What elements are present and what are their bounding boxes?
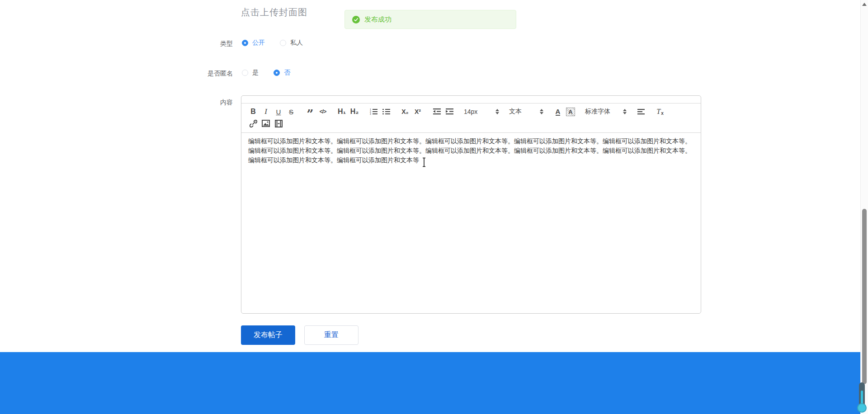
radio-public-circle[interactable] bbox=[242, 40, 248, 46]
underline-button[interactable]: U bbox=[272, 106, 285, 117]
success-check-icon bbox=[352, 16, 360, 24]
bold-button[interactable]: B bbox=[247, 106, 259, 117]
radio-public-label: 公开 bbox=[252, 39, 265, 47]
footer-band bbox=[0, 352, 860, 414]
link-icon[interactable] bbox=[247, 118, 259, 129]
bg-color-button[interactable]: A bbox=[564, 106, 577, 117]
radio-private-label: 私人 bbox=[290, 39, 303, 47]
radio-private-circle[interactable] bbox=[280, 40, 286, 46]
italic-button[interactable]: I bbox=[259, 106, 272, 117]
updown-arrows-icon bbox=[495, 109, 499, 114]
anonymous-label: 是否匿名 bbox=[0, 70, 233, 78]
scroll-progress-widget[interactable] bbox=[856, 382, 867, 413]
line-height-icon[interactable] bbox=[635, 106, 647, 117]
indent-icon[interactable] bbox=[443, 106, 456, 117]
vertical-scrollbar[interactable] bbox=[860, 0, 868, 414]
publish-post-button[interactable]: 发布帖子 bbox=[241, 325, 295, 345]
content-label: 内容 bbox=[0, 99, 233, 107]
bullet-list-icon[interactable] bbox=[380, 106, 392, 117]
code-block-button[interactable]: </> bbox=[316, 106, 329, 117]
radio-public[interactable]: 公开 bbox=[242, 39, 265, 47]
radio-anonymous-no-circle[interactable] bbox=[274, 70, 280, 76]
font-color-button[interactable]: A bbox=[552, 106, 564, 117]
strikethrough-button[interactable]: S bbox=[285, 106, 297, 117]
clear-format-x: x bbox=[661, 111, 664, 116]
clear-format-icon: T bbox=[656, 108, 660, 116]
radio-anonymous-no[interactable]: 否 bbox=[274, 69, 290, 77]
reset-button[interactable]: 重置 bbox=[304, 325, 359, 345]
superscript-button[interactable]: X² bbox=[411, 106, 424, 117]
paragraph-format-value: 文本 bbox=[509, 108, 522, 116]
heading1-button[interactable]: H₁ bbox=[335, 106, 348, 117]
radio-anonymous-yes-label: 是 bbox=[252, 69, 259, 77]
editor-toolbar: B I U S ” </> H₁ H₂ 1 bbox=[241, 104, 701, 133]
font-size-value: 14px bbox=[464, 108, 477, 115]
type-label: 类型 bbox=[0, 40, 233, 48]
blockquote-button[interactable]: ” bbox=[304, 106, 316, 117]
upload-cover-hint[interactable]: 点击上传封面图 bbox=[241, 6, 307, 19]
font-family-value: 标准字体 bbox=[585, 108, 610, 116]
scroll-widget-bulb bbox=[857, 403, 867, 413]
heading2-button[interactable]: H₂ bbox=[348, 106, 361, 117]
bg-color-icon: A bbox=[566, 108, 575, 116]
clear-format-button[interactable]: T x bbox=[654, 106, 666, 117]
editor-text: 编辑框可以添加图片和文本等。编辑框可以添加图片和文本等。编辑框可以添加图片和文本… bbox=[248, 137, 691, 164]
rich-text-editor: B I U S ” </> H₁ H₂ 1 bbox=[241, 95, 701, 314]
editor-content-area[interactable]: 编辑框可以添加图片和文本等。编辑框可以添加图片和文本等。编辑框可以添加图片和文本… bbox=[241, 133, 701, 314]
ibeam-cursor bbox=[421, 157, 427, 169]
toolbar-row-2 bbox=[247, 118, 695, 129]
image-icon[interactable] bbox=[259, 118, 272, 129]
scrollbar-up-arrow-icon[interactable] bbox=[862, 3, 867, 6]
font-size-select[interactable]: 14px bbox=[462, 106, 501, 117]
video-icon[interactable] bbox=[272, 118, 285, 129]
ordered-list-icon[interactable]: 1 2 3 bbox=[367, 106, 380, 117]
paragraph-format-select[interactable]: 文本 bbox=[507, 106, 545, 117]
updown-arrows-icon bbox=[623, 109, 627, 114]
updown-arrows-icon bbox=[540, 109, 543, 114]
subscript-button[interactable]: X₂ bbox=[399, 106, 411, 117]
svg-text:3: 3 bbox=[370, 113, 371, 115]
outdent-icon[interactable] bbox=[430, 106, 443, 117]
toast-message: 发布成功 bbox=[364, 15, 392, 24]
radio-anonymous-yes[interactable]: 是 bbox=[242, 69, 259, 77]
editor-top-strip bbox=[241, 96, 701, 104]
radio-anonymous-no-label: 否 bbox=[284, 69, 290, 77]
radio-anonymous-yes-circle[interactable] bbox=[242, 70, 248, 76]
toolbar-row-1: B I U S ” </> H₁ H₂ 1 bbox=[247, 106, 695, 118]
type-radio-group: 公开 私人 bbox=[242, 39, 318, 47]
scrollbar-thumb[interactable] bbox=[862, 209, 867, 384]
font-family-select[interactable]: 标准字体 bbox=[583, 106, 628, 117]
radio-private[interactable]: 私人 bbox=[280, 39, 303, 47]
success-toast: 发布成功 bbox=[344, 10, 516, 29]
font-color-icon: A bbox=[556, 108, 561, 116]
anonymous-radio-group: 是 否 bbox=[242, 69, 305, 77]
